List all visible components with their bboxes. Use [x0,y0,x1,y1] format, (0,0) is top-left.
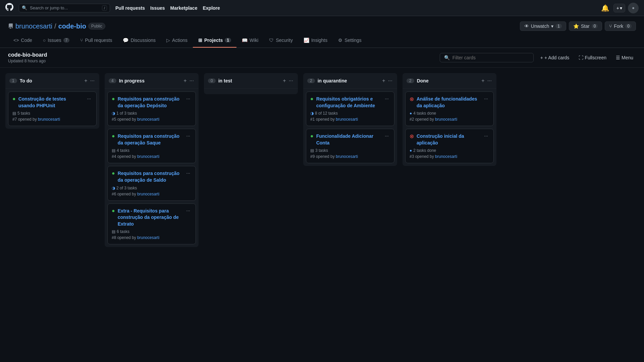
card-title-c7[interactable]: Funcionalidade Adicionar Conta [316,133,381,146]
column-count-inprogress: 4 [109,78,116,83]
add-card-button-done[interactable]: + [481,77,485,84]
card-c4[interactable]: ● Requisitos para construção da operação… [107,166,196,200]
tab-actions[interactable]: ▷ Actions [161,34,193,48]
card-c7[interactable]: ● Funcionalidade Adicionar Conta ··· ▤ 3… [306,129,394,163]
tab-discussions[interactable]: 💬 Discussions [117,34,161,48]
card-title-c5[interactable]: Extra - Requisitos para construção da op… [118,208,182,228]
card-header-c9: ⊗ Construção inicial da aplicação ··· [410,133,489,146]
card-opener-c5: #8 opened by brunocesarti [112,235,192,240]
card-opener-link-c4[interactable]: brunocesarti [137,192,159,196]
card-menu-button-c4[interactable]: ··· [185,170,192,176]
card-c9[interactable]: ⊗ Construção inicial da aplicação ··· ● … [405,129,494,163]
add-card-button-inprogress[interactable]: + [183,77,187,84]
nav-issues[interactable]: Issues [150,5,165,11]
tab-insights[interactable]: 📈 Insights [298,34,333,48]
card-menu-button-c9[interactable]: ··· [483,133,489,138]
open-status-icon: ● [12,96,16,102]
card-opener-link-c1[interactable]: brunocesarti [38,117,60,122]
add-cards-button[interactable]: + + Add cards [538,53,572,62]
column-menu-button-inquarantine[interactable]: ··· [387,77,393,84]
card-opener-link-c7[interactable]: brunocesarti [336,154,358,159]
tasks-list-icon: ▤ [112,229,115,234]
nav-pull-requests[interactable]: Pull requests [115,5,145,11]
menu-button[interactable]: ☰ Menu [613,53,636,62]
navbar: 🔍 Search or jump to... / Pull requests I… [0,0,644,16]
progress-tasks-icon: ◑ [112,186,115,190]
card-menu-button-c3[interactable]: ··· [185,133,192,138]
add-card-button-inquarantine[interactable]: + [381,77,386,84]
tab-settings[interactable]: ⚙ Settings [333,34,367,48]
card-opener-c2: #5 opened by brunocesarti [112,117,192,122]
column-menu-button-done[interactable]: ··· [487,77,492,84]
repo-header: brunocesarti / code-bio Public 👁 Unwatch… [0,16,644,31]
create-new-button[interactable]: + ▾ [613,4,625,12]
card-menu-button-c6[interactable]: ··· [383,96,390,101]
notifications-button[interactable]: 🔔 [600,3,611,13]
user-avatar[interactable]: ● [628,3,639,13]
card-menu-button-c5[interactable]: ··· [185,208,192,213]
card-tasks-c7: ▤ 3 tasks [310,148,390,153]
card-menu-button-c8[interactable]: ··· [483,96,489,101]
card-title-c9[interactable]: Construção inicial da aplicação [417,133,480,146]
tab-wiki[interactable]: 📖 Wiki [236,34,264,48]
tab-pull-requests[interactable]: ⑂ Pull requests [75,34,117,48]
card-opener-link-c3[interactable]: brunocesarti [137,154,159,159]
card-opener-link-c9[interactable]: brunocesarti [435,154,457,159]
open-status-icon: ● [112,208,115,214]
column-menu-button-inprogress[interactable]: ··· [189,77,195,84]
github-logo-icon[interactable] [5,3,13,13]
fullscreen-icon: ⛶ [579,55,583,60]
card-opener-link-c8[interactable]: brunocesarti [435,117,457,122]
card-opener-link-c2[interactable]: brunocesarti [137,117,159,122]
column-cards-intest [204,89,298,94]
star-label: Star [581,23,590,29]
fork-button[interactable]: ⑂ Fork 0 [605,21,636,31]
plus-icon: + [540,55,543,60]
settings-icon: ⚙ [338,38,342,43]
column-menu-button-todo[interactable]: ··· [90,77,95,84]
card-c1[interactable]: ● Construção de testes usando PHPUnit ··… [8,92,97,126]
repo-name[interactable]: code-bio [58,22,86,30]
card-c6[interactable]: ● Requisitos obrigatórios e configuração… [306,92,394,126]
global-search[interactable]: 🔍 Search or jump to... / [19,4,110,12]
card-title-c8[interactable]: Análise de funcionalidades da aplicação [417,96,480,109]
tab-code[interactable]: <> Code [8,34,38,48]
card-opener-link-c5[interactable]: brunocesarti [137,235,159,240]
card-menu-button-c1[interactable]: ··· [86,96,92,101]
card-menu-button-c7[interactable]: ··· [383,133,390,138]
card-tasks-label-c9: 2 tasks done [413,148,436,153]
tab-projects[interactable]: ⊞ Projects 1 [193,34,236,48]
card-opener-link-c6[interactable]: brunocesarti [336,117,358,122]
card-title-c6[interactable]: Requisitos obrigatórios e configuração d… [316,96,381,109]
column-title-inquarantine: in quarantine [318,78,379,83]
card-tasks-c9: ● 2 tasks done [410,148,489,153]
card-c5[interactable]: ● Extra - Requisitos para construção da … [107,203,196,245]
fullscreen-button[interactable]: ⛶ Fullscreen [576,53,609,62]
column-todo: 1 To do + ··· ● Construção de testes usa… [5,73,99,129]
tab-issues[interactable]: ○ Issues 7 [38,34,75,48]
tab-security[interactable]: 🛡 Security [264,34,298,48]
card-title-c2[interactable]: Requisitos para construção da operação D… [118,96,182,109]
repo-owner[interactable]: brunocesarti [15,22,52,30]
done-tasks-icon: ● [410,148,412,153]
card-menu-button-c2[interactable]: ··· [185,96,192,101]
tasks-list-icon: ▤ [310,148,314,153]
card-title-c3[interactable]: Requisitos para construção da operação S… [118,133,182,146]
column-title-done: Done [417,78,478,83]
add-card-button-todo[interactable]: + [84,77,88,84]
star-button[interactable]: ⭐ Star 0 [569,21,602,31]
card-c3[interactable]: ● Requisitos para construção da operação… [107,129,196,163]
card-c2[interactable]: ● Requisitos para construção da operação… [107,92,196,126]
navbar-actions: 🔔 + ▾ ● [600,3,639,13]
card-title-c1[interactable]: Construção de testes usando PHPUnit [18,96,83,109]
card-c8[interactable]: ⊗ Análise de funcionalidades da aplicaçã… [405,92,494,126]
nav-marketplace[interactable]: Marketplace [170,5,198,11]
add-card-button-intest[interactable]: + [282,77,286,84]
card-opener-c8: #2 opened by brunocesarti [410,117,489,122]
card-title-c4[interactable]: Requisitos para construção da operação d… [118,170,182,183]
nav-explore[interactable]: Explore [203,5,220,11]
column-menu-button-intest[interactable]: ··· [288,77,294,84]
filter-cards-input[interactable]: 🔍 [440,53,534,62]
unwatch-button[interactable]: 👁 Unwatch ▾ 1 [520,21,566,31]
filter-input-field[interactable] [452,55,529,60]
